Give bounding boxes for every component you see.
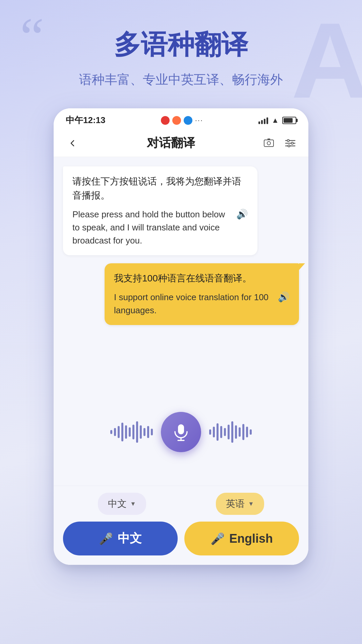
page-subtitle: 语种丰富、专业中英互译、畅行海外 bbox=[27, 71, 335, 88]
signal-bar-1 bbox=[258, 121, 260, 124]
wave-bar bbox=[224, 428, 226, 436]
waveform-left bbox=[110, 420, 153, 444]
bottom-area: 中文 ▼ 英语 ▼ 🎤 中文 🎤 English bbox=[54, 486, 308, 565]
header-area: 多语种翻译 语种丰富、专业中英互译、畅行海外 bbox=[0, 0, 362, 102]
svg-point-6 bbox=[287, 140, 289, 142]
app-icon-blue bbox=[184, 116, 192, 125]
signal-bar-4 bbox=[266, 117, 268, 124]
settings-button[interactable] bbox=[283, 136, 298, 151]
wave-bar bbox=[246, 427, 248, 437]
wave-bar bbox=[147, 426, 149, 438]
app-icon-orange bbox=[172, 116, 181, 125]
wave-bar bbox=[143, 428, 145, 436]
svg-rect-9 bbox=[178, 424, 184, 434]
phone-mockup: 中午12:13 ··· ▲ 对话翻译 bbox=[54, 108, 308, 565]
speaker-icon-2[interactable]: 🔊 bbox=[278, 291, 290, 303]
wave-bar bbox=[118, 426, 120, 438]
status-app-icons: ··· bbox=[161, 116, 203, 125]
msg-en-row-1: Please press and hold the button below t… bbox=[72, 208, 248, 247]
voice-area bbox=[54, 385, 308, 486]
chevron-down-icon-left: ▼ bbox=[130, 500, 136, 507]
page-main-title: 多语种翻译 bbox=[27, 27, 335, 63]
wave-bar bbox=[121, 423, 123, 441]
svg-point-1 bbox=[267, 142, 270, 145]
wave-bar bbox=[129, 427, 131, 437]
wave-bar bbox=[110, 430, 112, 434]
bubble-white: 请按住下方按钮说话，我将为您翻译并语音播报。 Please press and … bbox=[63, 166, 257, 255]
bubble-yellow: 我支持100种语言在线语音翻译。 I support online voice … bbox=[105, 263, 299, 325]
msg-cn-1: 请按住下方按钮说话，我将为您翻译并语音播报。 bbox=[72, 174, 248, 203]
btn-english-label: English bbox=[229, 532, 273, 546]
screenshot-button[interactable] bbox=[261, 136, 276, 151]
svg-rect-0 bbox=[264, 140, 274, 147]
signal-icon bbox=[258, 117, 268, 124]
speak-chinese-button[interactable]: 🎤 中文 bbox=[63, 522, 178, 555]
chat-area: 请按住下方按钮说话，我将为您翻译并语音播报。 Please press and … bbox=[54, 157, 308, 385]
message-right: 我支持100种语言在线语音翻译。 I support online voice … bbox=[63, 263, 299, 325]
back-button[interactable] bbox=[64, 135, 80, 151]
svg-rect-2 bbox=[267, 139, 270, 140]
wave-bar bbox=[239, 427, 241, 437]
status-dots: ··· bbox=[195, 116, 203, 125]
btn-mic-icon-left: 🎤 bbox=[99, 532, 113, 545]
wave-bar bbox=[132, 425, 134, 439]
battery-icon bbox=[282, 117, 296, 124]
status-time: 中午12:13 bbox=[66, 114, 106, 126]
wave-bar bbox=[250, 429, 252, 435]
lang-selector-english[interactable]: 英语 ▼ bbox=[216, 493, 264, 515]
svg-point-8 bbox=[288, 145, 290, 147]
signal-bar-2 bbox=[261, 120, 263, 124]
lang-english-label: 英语 bbox=[226, 497, 245, 510]
signal-bar-3 bbox=[264, 119, 265, 124]
waveform-right bbox=[209, 420, 252, 444]
wave-bar bbox=[213, 427, 215, 437]
wave-bar bbox=[231, 421, 233, 443]
svg-point-7 bbox=[291, 142, 293, 144]
wave-bar bbox=[140, 425, 142, 439]
wave-bar bbox=[151, 429, 153, 435]
wifi-icon: ▲ bbox=[272, 116, 279, 125]
wave-bar bbox=[217, 423, 219, 441]
waveform-row bbox=[110, 412, 252, 452]
action-buttons: 🎤 中文 🎤 English bbox=[63, 522, 299, 555]
lang-selectors: 中文 ▼ 英语 ▼ bbox=[63, 493, 299, 515]
nav-title: 对话翻译 bbox=[147, 135, 195, 151]
battery-fill bbox=[284, 118, 293, 123]
wave-bar bbox=[228, 425, 230, 439]
msg-en-row-2: I support online voice translation for 1… bbox=[114, 291, 290, 317]
wave-bar bbox=[242, 424, 244, 440]
nav-bar: 对话翻译 bbox=[54, 129, 308, 157]
status-system-icons: ▲ bbox=[258, 116, 296, 125]
nav-actions bbox=[261, 136, 298, 151]
wave-bar bbox=[220, 426, 222, 438]
mic-button[interactable] bbox=[161, 412, 201, 452]
msg-cn-2: 我支持100种语言在线语音翻译。 bbox=[114, 271, 290, 285]
speaker-icon-1[interactable]: 🔊 bbox=[236, 209, 248, 220]
battery-tip bbox=[296, 119, 298, 122]
btn-chinese-label: 中文 bbox=[118, 530, 142, 547]
wave-bar bbox=[114, 428, 116, 436]
wave-bar bbox=[136, 421, 138, 443]
chevron-down-icon-right: ▼ bbox=[248, 500, 254, 507]
message-left: 请按住下方按钮说话，我将为您翻译并语音播报。 Please press and … bbox=[63, 166, 299, 255]
wave-bar bbox=[235, 425, 237, 439]
msg-en-1: Please press and hold the button below t… bbox=[72, 208, 232, 247]
msg-en-2: I support online voice translation for 1… bbox=[114, 291, 274, 317]
wave-bar bbox=[209, 429, 211, 435]
btn-mic-icon-right: 🎤 bbox=[210, 532, 225, 545]
lang-selector-chinese[interactable]: 中文 ▼ bbox=[98, 493, 146, 515]
wave-bar bbox=[125, 425, 127, 439]
lang-chinese-label: 中文 bbox=[108, 497, 127, 510]
status-bar: 中午12:13 ··· ▲ bbox=[54, 108, 308, 129]
app-icon-red bbox=[161, 116, 170, 125]
speak-english-button[interactable]: 🎤 English bbox=[184, 522, 299, 555]
